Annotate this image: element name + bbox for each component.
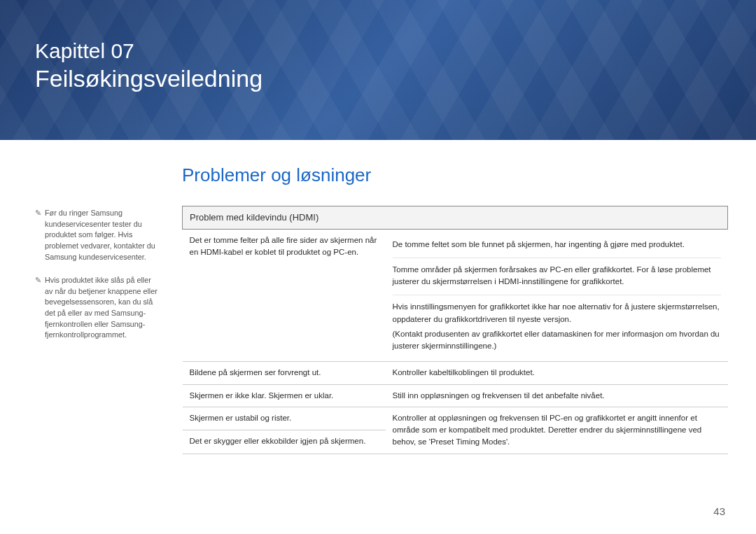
note-item: Før du ringer Samsung kundeservicesenter… xyxy=(35,208,161,262)
solution-cell: Kontroller kabeltilkoblingen til produkt… xyxy=(386,362,728,384)
problem-cell: Det er skygger eller ekkobilder igjen på… xyxy=(183,430,386,454)
solution-cell: Still inn oppløsningen og frekvensen til… xyxy=(386,384,728,407)
note-item: Hvis produktet ikke slås på eller av når… xyxy=(35,275,161,341)
hero-text: Kapittel 07 Feilsøkingsveiledning xyxy=(35,38,262,94)
solution-text: (Kontakt produsenten av grafikkortet ell… xyxy=(393,328,721,353)
table-row: Skjermen er ustabil og rister. Kontrolle… xyxy=(183,407,728,430)
table-header: Problem med kildevindu (HDMI) xyxy=(183,206,728,230)
solution-cell: Kontroller at oppløsningen og frekvensen… xyxy=(386,407,728,454)
solution-cell: De tomme feltet som ble funnet på skjerm… xyxy=(386,229,728,362)
chapter-hero: Kapittel 07 Feilsøkingsveiledning xyxy=(0,0,756,140)
solution-text: De tomme feltet som ble funnet på skjerm… xyxy=(393,234,721,255)
chapter-title: Feilsøkingsveiledning xyxy=(35,64,262,94)
solution-text: Hvis innstillingsmenyen for grafikkortet… xyxy=(393,301,721,325)
problem-cell: Bildene på skjermen ser forvrengt ut. xyxy=(183,362,386,384)
page-number: 43 xyxy=(713,505,725,517)
solution-block: Hvis innstillingsmenyen for grafikkortet… xyxy=(393,295,721,356)
problem-cell: Det er tomme felter på alle fire sider a… xyxy=(183,229,386,362)
side-notes: Før du ringer Samsung kundeservicesenter… xyxy=(35,164,161,454)
troubleshoot-table: Problem med kildevindu (HDMI) Det er tom… xyxy=(182,206,728,454)
table-row: Det er tomme felter på alle fire sider a… xyxy=(183,229,728,362)
table-row: Bildene på skjermen ser forvrengt ut. Ko… xyxy=(183,362,728,384)
problem-cell: Skjermen er ikke klar. Skjermen er uklar… xyxy=(183,384,386,407)
main-column: Problemer og løsninger Problem med kilde… xyxy=(182,164,728,454)
table-row: Skjermen er ikke klar. Skjermen er uklar… xyxy=(183,384,728,407)
solution-text: Tomme områder på skjermen forårsakes av … xyxy=(393,258,721,293)
content-area: Før du ringer Samsung kundeservicesenter… xyxy=(0,140,756,454)
chapter-label: Kapittel 07 xyxy=(35,38,262,64)
section-title: Problemer og løsninger xyxy=(182,164,728,186)
problem-cell: Skjermen er ustabil og rister. xyxy=(183,407,386,430)
